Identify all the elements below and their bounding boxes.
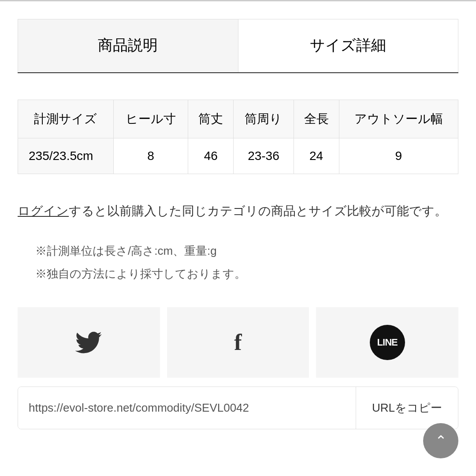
col-header-shaft-width: 筒周り	[234, 100, 294, 138]
facebook-icon: f	[234, 329, 242, 355]
size-table-section: 計測サイズ ヒール寸 筒丈 筒周り 全長 アウトソール幅 235/23.5cm …	[18, 100, 458, 174]
col-header-shaft-length: 筒丈	[188, 100, 234, 138]
table-row: 235/23.5cm 8 46 23-36 24 9	[18, 138, 458, 174]
cell-heel: 8	[113, 138, 188, 174]
line-icon-text: LINE	[377, 337, 398, 348]
tab-size-detail[interactable]: サイズ詳細	[238, 19, 458, 72]
cell-shaft-width: 23-36	[234, 138, 294, 174]
scroll-to-top-button[interactable]: ⌃	[423, 423, 458, 458]
facebook-share-button[interactable]: f	[167, 307, 309, 378]
twitter-share-button[interactable]	[18, 307, 160, 378]
table-header-row: 計測サイズ ヒール寸 筒丈 筒周り 全長 アウトソール幅	[18, 100, 458, 138]
url-copy-button[interactable]: URLをコピー	[356, 387, 458, 429]
top-divider	[0, 0, 476, 1]
tab-product-description-label: 商品説明	[98, 37, 158, 53]
col-header-outsole-width: アウトソール幅	[339, 100, 458, 138]
col-header-heel: ヒール寸	[113, 100, 188, 138]
url-copy-button-label: URLをコピー	[372, 401, 442, 414]
url-section: URLをコピー	[18, 387, 458, 429]
login-section: ログインすると以前購入した同じカテゴリの商品とサイズ比較が可能です。	[18, 201, 458, 222]
size-table: 計測サイズ ヒール寸 筒丈 筒周り 全長 アウトソール幅 235/23.5cm …	[18, 100, 458, 174]
cell-outsole-width: 9	[339, 138, 458, 174]
tab-underline	[18, 72, 458, 73]
col-header-total-length: 全長	[294, 100, 339, 138]
line-share-button[interactable]: LINE	[316, 307, 458, 378]
url-input[interactable]	[18, 387, 356, 429]
cell-size: 235/23.5cm	[18, 138, 114, 174]
social-section: f LINE	[18, 307, 458, 378]
tabs-container: 商品説明 サイズ詳細	[18, 19, 458, 72]
tab-size-detail-label: サイズ詳細	[310, 37, 386, 53]
page-container: 商品説明 サイズ詳細 計測サイズ ヒール寸 筒丈 筒周り 全長 アウトソール幅 …	[0, 0, 476, 476]
chevron-up-icon: ⌃	[435, 434, 447, 448]
twitter-icon	[75, 331, 102, 353]
col-header-size: 計測サイズ	[18, 100, 114, 138]
login-description-text: すると以前購入した同じカテゴリの商品とサイズ比較が可能です。	[69, 204, 447, 218]
cell-shaft-length: 46	[188, 138, 234, 174]
tab-product-description[interactable]: 商品説明	[18, 19, 238, 72]
cell-total-length: 24	[294, 138, 339, 174]
notes-section: ※計測単位は長さ/高さ:cm、重量:g ※独自の方法により採寸しております。	[35, 239, 458, 285]
login-link[interactable]: ログイン	[18, 204, 69, 218]
note-2: ※独自の方法により採寸しております。	[35, 262, 458, 285]
note-1: ※計測単位は長さ/高さ:cm、重量:g	[35, 239, 458, 262]
line-icon: LINE	[370, 325, 405, 360]
